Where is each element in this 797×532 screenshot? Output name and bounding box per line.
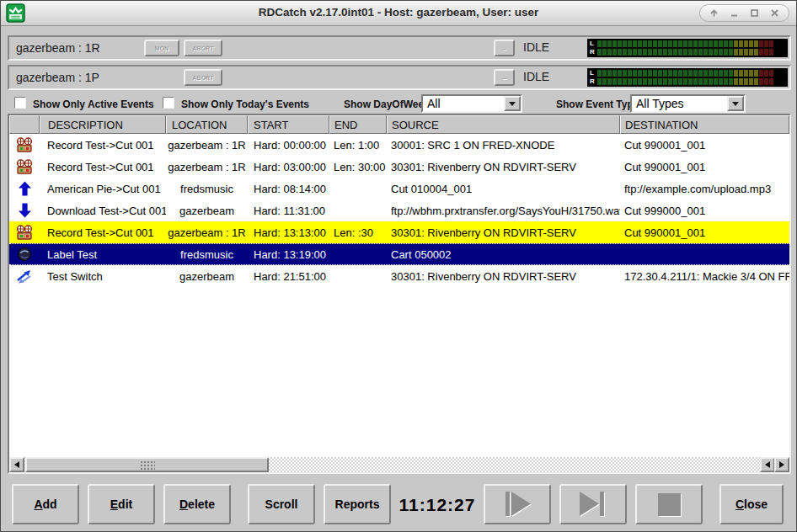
close-button[interactable]: Close [719,484,784,524]
play-next-button[interactable] [559,484,627,524]
event-destination: Cut 990001_001 [620,226,789,239]
scrollbar-grip [140,460,155,470]
event-description: Record Test->Cut 001 [40,226,166,239]
event-type-value: All Types [636,97,684,110]
day-of-week-value: All [427,97,441,110]
header-description: DESCRIPTION [40,115,166,134]
event-list: DESCRIPTION LOCATION START END SOURCE DE… [8,114,791,474]
scroll-left-button[interactable] [9,457,24,472]
header-icon-column [9,115,40,134]
event-end: Len: 1:00 [329,139,387,152]
window-controls [699,4,789,22]
event-row[interactable]: Test Switch gazerbeam Hard: 21:51:00 303… [9,265,789,287]
titlebar[interactable]: RDCatch v2.17.0int01 - Host: gazerbeam, … [1,1,796,26]
event-source: 30301: Rivenberry ON RDVIRT-SERV [387,226,620,239]
event-location: gazerbeam : 1R [166,161,248,173]
abort-record-button[interactable]: ABORT [184,40,222,56]
record-deck-audio-meter: L R [587,39,788,57]
event-type-select[interactable]: All Types [630,94,746,113]
event-row[interactable]: Record Test->Cut 001 gazerbeam : 1R Hard… [9,134,789,156]
event-source: 30301: Rivenberry ON RDVIRT-SERV [387,161,620,173]
play-deck-panel: gazerbeam : 1P ABORT -- IDLE L R [8,65,791,90]
meter-left-label: L [590,70,597,77]
download-event-icon [9,203,40,218]
event-row-selected[interactable]: Label Test fredsmusic Hard: 13:19:00 Car… [9,243,789,265]
play-button[interactable] [484,484,551,524]
window-title: RDCatch v2.17.0int01 - Host: gazerbeam, … [1,6,796,19]
monitor-button[interactable]: MON [144,40,179,56]
event-destination: 172.30.4.211/1: Mackie 3/4 ON FRE [620,270,789,283]
maximize-button[interactable] [750,8,759,18]
event-description: Label Test [40,248,166,261]
event-location: gazerbeam : 1R [166,139,248,152]
show-today-label: Show Only Today's Events [181,98,309,110]
event-start: Hard: 03:00:00 [248,161,329,173]
reports-button[interactable]: Reports [324,484,391,524]
play-deck-audio-meter: L R [587,68,788,87]
event-end: Len: :30 [329,226,387,239]
event-end: Len: 30:00 [329,161,387,173]
close-window-button[interactable] [770,8,779,18]
event-location: gazerbeam : 1R [166,226,248,239]
chevron-down-icon[interactable] [727,96,744,111]
event-row[interactable]: Download Test->Cut 001 gazerbeam Hard: 1… [9,200,789,221]
show-active-checkbox[interactable] [14,97,26,109]
record-event-icon [9,159,40,174]
record-deck-name: gazerbeam : 1R [16,41,100,55]
event-start: Hard: 00:00:00 [248,139,329,152]
scroll-button[interactable]: Scroll [248,484,315,524]
event-row[interactable]: American Pie->Cut 001 fredsmusic Hard: 0… [9,178,789,200]
header-start: START [248,115,329,134]
event-description: Record Test->Cut 001 [40,139,166,152]
record-event-icon [9,225,40,240]
event-destination: Cut 990001_001 [620,139,789,152]
minimize-button[interactable] [730,8,739,18]
header-destination: DESTINATION [620,115,789,134]
event-start: Hard: 21:51:00 [248,270,329,283]
event-row[interactable]: Record Test->Cut 001 gazerbeam : 1R Hard… [9,156,789,178]
header-location: LOCATION [166,115,248,134]
header-source: SOURCE [387,115,620,134]
event-location: fredsmusic [166,183,248,195]
event-start: Hard: 13:13:00 [248,226,329,239]
show-today-checkbox[interactable] [163,97,174,109]
meter-right-leds [597,78,774,85]
upload-event-icon [9,181,40,196]
event-start: Hard: 13:19:00 [248,248,329,261]
wall-clock: 11:12:27 [395,495,479,515]
chevron-down-icon[interactable] [504,96,521,111]
horizontal-scrollbar[interactable] [9,457,789,472]
add-button[interactable]: Add [12,484,79,524]
day-of-week-label: Show DayOfWeek: [344,98,433,110]
delete-button[interactable]: Delete [163,484,231,524]
stop-button[interactable] [635,484,703,524]
edit-button[interactable]: Edit [88,484,155,524]
event-description: Test Switch [40,270,166,283]
skip-to-end-icon [577,490,609,519]
play-deck-name: gazerbeam : 1P [16,71,99,84]
event-source: 30301: Rivenberry ON RDVIRT-SERV [387,270,620,283]
macro-event-icon [9,247,40,262]
meter-right-label: R [590,78,597,85]
event-description: Download Test->Cut 001 [40,205,166,217]
event-list-header: DESCRIPTION LOCATION START END SOURCE DE… [9,115,789,134]
event-source: Cut 010004_001 [387,183,620,195]
scroll-right-button[interactable] [774,457,789,472]
meter-left-leds [597,40,774,47]
event-location: gazerbeam [166,205,248,217]
play-monitor-toggle-button[interactable]: -- [494,69,515,86]
meter-left-leds [597,70,774,77]
event-location: gazerbeam [166,270,248,283]
event-row-next[interactable]: Record Test->Cut 001 gazerbeam : 1R Hard… [9,221,789,243]
scroll-left-button-2[interactable] [760,457,775,472]
scrollbar-thumb[interactable] [25,457,269,472]
record-monitor-toggle-button[interactable]: -- [494,40,515,56]
abort-play-button[interactable]: ABORT [184,69,222,86]
event-source: 30001: SRC 1 ON FRED-XNODE [387,139,620,152]
header-end: END [329,115,387,134]
event-destination: Cut 990001_001 [620,161,789,173]
record-deck-panel: gazerbeam : 1R MON ABORT -- IDLE L R [8,35,791,61]
shade-button[interactable] [709,8,719,18]
play-deck-status: IDLE [523,70,549,83]
day-of-week-select[interactable]: All [421,94,522,113]
